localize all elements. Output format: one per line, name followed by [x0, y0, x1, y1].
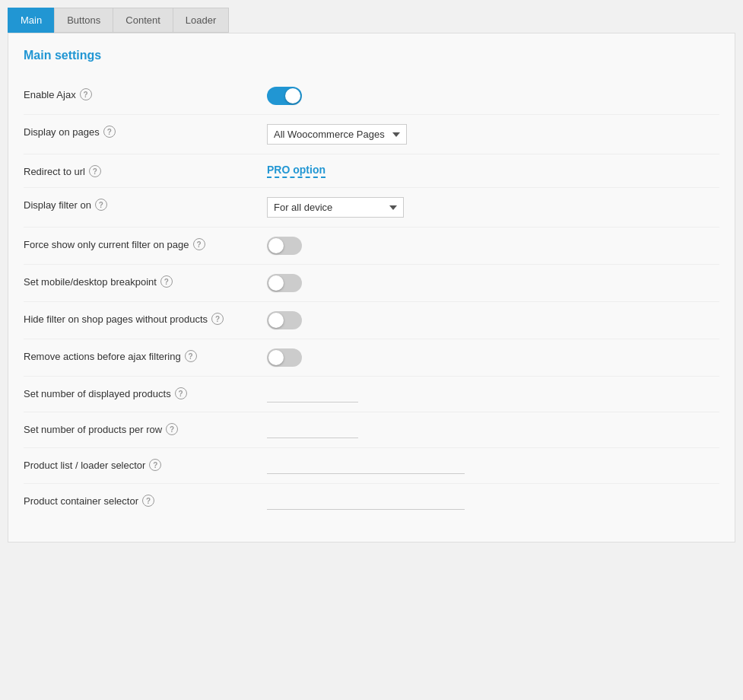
setting-row-display-filter-on: Display filter on?For all deviceMobile o… — [24, 188, 719, 228]
setting-row-hide-filter-shop: Hide filter on shop pages without produc… — [24, 302, 719, 339]
toggle-remove-actions-before-ajax[interactable] — [267, 348, 302, 367]
help-icon-product-list-loader-selector[interactable]: ? — [149, 459, 161, 471]
setting-row-product-list-loader-selector: Product list / loader selector? — [24, 448, 719, 484]
setting-control-set-number-products-per-row — [267, 422, 719, 438]
label-text-hide-filter-shop: Hide filter on shop pages without produc… — [24, 313, 208, 325]
setting-row-force-show-filter: Force show only current filter on page? — [24, 228, 719, 265]
help-icon-set-number-displayed-products[interactable]: ? — [175, 387, 187, 399]
input-set-number-products-per-row[interactable] — [267, 422, 358, 438]
setting-row-display-on-pages: Display on pages?All Woocommerce PagesSh… — [24, 115, 719, 154]
setting-row-enable-ajax: Enable Ajax? — [24, 78, 719, 115]
toggle-thumb-hide-filter-shop — [268, 313, 284, 328]
label-text-set-number-products-per-row: Set number of products per row — [24, 424, 162, 435]
section-title: Main settings — [24, 49, 719, 62]
setting-label-display-on-pages: Display on pages? — [24, 124, 267, 138]
toggle-hide-filter-shop[interactable] — [267, 311, 302, 329]
setting-label-set-number-displayed-products: Set number of displayed products? — [24, 386, 267, 399]
label-text-mobile-desktop-breakpoint: Set mobile/desktop breakpoint — [24, 276, 157, 288]
label-text-redirect-to-url: Redirect to url — [24, 166, 85, 177]
setting-row-set-number-displayed-products: Set number of displayed products? — [24, 377, 719, 412]
label-text-product-list-loader-selector: Product list / loader selector — [24, 460, 145, 471]
setting-label-product-container-selector: Product container selector? — [24, 493, 267, 507]
pro-option-link-redirect-to-url[interactable]: PRO option — [267, 164, 325, 178]
label-text-product-container-selector: Product container selector — [24, 495, 138, 507]
toggle-thumb-remove-actions-before-ajax — [268, 350, 284, 365]
setting-control-set-number-displayed-products — [267, 386, 719, 402]
select-display-on-pages[interactable]: All Woocommerce PagesShop Page OnlyCusto… — [267, 124, 407, 145]
input-set-number-displayed-products[interactable] — [267, 386, 358, 402]
help-icon-hide-filter-shop[interactable]: ? — [211, 313, 224, 325]
toggle-thumb-force-show-filter — [268, 238, 284, 253]
setting-control-force-show-filter — [267, 237, 719, 255]
setting-row-product-container-selector: Product container selector? — [24, 484, 719, 519]
setting-label-mobile-desktop-breakpoint: Set mobile/desktop breakpoint? — [24, 274, 267, 288]
setting-label-display-filter-on: Display filter on? — [24, 197, 267, 211]
setting-control-remove-actions-before-ajax — [267, 348, 719, 367]
setting-row-mobile-desktop-breakpoint: Set mobile/desktop breakpoint? — [24, 265, 719, 302]
page-wrapper: MainButtonsContentLoader Main settings E… — [0, 0, 743, 550]
help-icon-set-number-products-per-row[interactable]: ? — [166, 423, 178, 435]
input-product-list-loader-selector[interactable] — [267, 457, 465, 474]
label-text-display-filter-on: Display filter on — [24, 199, 91, 211]
setting-control-mobile-desktop-breakpoint — [267, 274, 719, 292]
setting-label-enable-ajax: Enable Ajax? — [24, 87, 267, 100]
tab-buttons[interactable]: Buttons — [54, 8, 113, 33]
setting-control-display-filter-on: For all deviceMobile onlyDesktop only — [267, 197, 719, 218]
setting-control-product-list-loader-selector — [267, 457, 719, 474]
setting-control-display-on-pages: All Woocommerce PagesShop Page OnlyCusto… — [267, 124, 719, 145]
help-icon-display-on-pages[interactable]: ? — [103, 126, 116, 138]
settings-container: Enable Ajax?Display on pages?All Woocomm… — [24, 78, 719, 519]
help-icon-mobile-desktop-breakpoint[interactable]: ? — [160, 275, 173, 288]
help-icon-display-filter-on[interactable]: ? — [95, 199, 107, 211]
setting-control-redirect-to-url: PRO option — [267, 164, 719, 178]
label-text-force-show-filter: Force show only current filter on page — [24, 239, 189, 250]
setting-control-hide-filter-shop — [267, 311, 719, 329]
setting-label-redirect-to-url: Redirect to url? — [24, 164, 267, 177]
toggle-enable-ajax[interactable] — [267, 87, 302, 105]
label-text-enable-ajax: Enable Ajax — [24, 89, 76, 100]
label-text-display-on-pages: Display on pages — [24, 126, 100, 138]
setting-row-remove-actions-before-ajax: Remove actions before ajax filtering? — [24, 339, 719, 377]
content-area: Main settings Enable Ajax?Display on pag… — [8, 33, 735, 542]
tab-loader[interactable]: Loader — [173, 8, 229, 33]
setting-row-set-number-products-per-row: Set number of products per row? — [24, 412, 719, 448]
setting-row-redirect-to-url: Redirect to url?PRO option — [24, 154, 719, 188]
input-product-container-selector[interactable] — [267, 493, 465, 510]
select-display-filter-on[interactable]: For all deviceMobile onlyDesktop only — [267, 197, 404, 218]
help-icon-product-container-selector[interactable]: ? — [142, 495, 154, 507]
toggle-force-show-filter[interactable] — [267, 237, 302, 255]
help-icon-redirect-to-url[interactable]: ? — [89, 165, 101, 177]
help-icon-enable-ajax[interactable]: ? — [80, 88, 92, 100]
setting-label-hide-filter-shop: Hide filter on shop pages without produc… — [24, 311, 267, 325]
toggle-thumb-mobile-desktop-breakpoint — [268, 275, 284, 291]
setting-control-enable-ajax — [267, 87, 719, 105]
setting-label-remove-actions-before-ajax: Remove actions before ajax filtering? — [24, 348, 267, 362]
setting-label-set-number-products-per-row: Set number of products per row? — [24, 422, 267, 435]
tab-main[interactable]: Main — [8, 8, 54, 33]
tabs-bar: MainButtonsContentLoader — [8, 8, 735, 33]
help-icon-force-show-filter[interactable]: ? — [193, 238, 205, 250]
setting-label-product-list-loader-selector: Product list / loader selector? — [24, 457, 267, 471]
label-text-set-number-displayed-products: Set number of displayed products — [24, 388, 171, 399]
tab-content[interactable]: Content — [113, 8, 173, 33]
setting-label-force-show-filter: Force show only current filter on page? — [24, 237, 267, 250]
toggle-thumb-enable-ajax — [285, 88, 300, 103]
help-icon-remove-actions-before-ajax[interactable]: ? — [185, 350, 197, 362]
label-text-remove-actions-before-ajax: Remove actions before ajax filtering — [24, 351, 181, 362]
toggle-mobile-desktop-breakpoint[interactable] — [267, 274, 302, 292]
setting-control-product-container-selector — [267, 493, 719, 510]
